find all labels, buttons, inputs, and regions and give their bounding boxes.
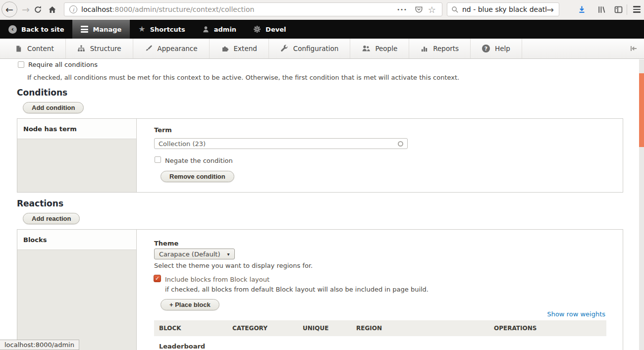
sidebar-toggle-icon[interactable] [613,4,623,14]
admin-item-user[interactable]: admin [194,20,245,39]
menu-item-configuration[interactable]: Configuration [269,39,351,58]
browser-forward-icon[interactable]: → [20,4,31,15]
content-page-icon [15,45,22,52]
column-header-category: CATEGORY [227,325,298,332]
search-bar[interactable]: nd - blue sky black death → [447,2,559,16]
include-blocks-description: if checked, all blocks from default Bloc… [165,286,429,293]
negate-condition-label: Negate the condition [165,157,233,164]
manage-menu-icon [81,26,88,33]
menu-item-structure[interactable]: Structure [66,39,133,58]
toolbar-divider [627,4,627,15]
browser-back-icon[interactable]: ← [1,1,17,17]
search-icon [451,6,459,13]
menu-item-reports[interactable]: Reports [409,39,471,58]
theme-label: Theme [154,240,178,247]
pocket-icon[interactable] [415,5,423,14]
column-header-operations: OPERATIONS [489,325,606,332]
structure-sitemap-icon [77,45,85,52]
reports-chart-icon [421,45,428,52]
menu-item-label: Content [27,45,54,52]
browser-home-icon[interactable] [47,4,57,14]
theme-description: Select the theme you want to display reg… [154,262,313,269]
admin-item-label: Back to site [21,26,64,33]
page-content: Require all conditions If checked, all c… [0,59,644,350]
reactions-vertical-tabs: Blocks [17,230,137,350]
include-blocks-checkbox[interactable]: ✓ [154,275,161,282]
table-row: Leaderboard [154,336,606,350]
drupal-context-edit-screen: { "icons": { "back_arrow": "←", "forward… [0,0,644,350]
bookmark-star-icon[interactable]: ☆ [428,4,436,15]
back-to-site-icon: ‹ [8,25,17,34]
menu-item-content[interactable]: Content [0,39,66,58]
check-icon: ✓ [155,275,160,282]
user-icon [202,26,210,33]
negate-condition-checkbox[interactable] [155,156,161,163]
blocks-table-header: BLOCK CATEGORY UNIQUE REGION OPERATIONS [154,320,606,336]
search-go-icon[interactable]: → [546,4,554,15]
people-icon [362,45,370,52]
theme-select-value: Carapace (Default) [159,250,220,258]
search-input[interactable]: nd - blue sky black death [462,5,546,13]
admin-item-back-to-site[interactable]: ‹ Back to site [0,20,72,39]
place-block-button[interactable]: + Place block [161,299,219,310]
configuration-wrench-icon [280,45,288,52]
add-reaction-button[interactable]: Add reaction [23,213,80,224]
menu-hamburger-icon[interactable] [632,4,642,14]
tab-node-has-term[interactable]: Node has term [17,119,136,139]
blocks-table: BLOCK CATEGORY UNIQUE REGION OPERATIONS … [154,320,606,350]
admin-item-manage[interactable]: Manage [72,20,130,39]
require-all-conditions-checkbox[interactable] [18,61,24,68]
column-header-region: REGION [351,325,489,332]
site-info-icon[interactable]: i [69,5,77,13]
admin-item-devel[interactable]: Devel [245,20,294,39]
menu-item-label: Reports [433,45,459,52]
scrollbar-thumb[interactable] [639,73,644,147]
library-icon[interactable] [596,4,606,14]
admin-item-label: Shortcuts [150,26,185,33]
admin-item-shortcuts[interactable]: ★ Shortcuts [130,20,193,39]
column-header-unique: UNIQUE [298,325,351,332]
include-blocks-label: Include blocks from Block layout [165,276,269,283]
browser-reload-icon[interactable] [33,4,43,14]
menu-item-label: People [375,45,397,52]
theme-select[interactable]: Carapace (Default) ▾ [154,249,235,259]
extend-puzzle-icon [221,45,229,52]
show-row-weights-link[interactable]: Show row weights [547,310,605,318]
downloads-icon[interactable] [577,4,587,14]
require-all-conditions-description: If checked, all conditions must be met f… [27,74,459,81]
help-icon: ? [482,45,490,52]
require-all-conditions-label: Require all conditions [28,61,98,68]
menu-item-label: Extend [234,45,257,52]
conditions-pane: Term Collection (23) Negate the conditio… [137,119,623,192]
menu-item-label: Appearance [158,45,198,52]
conditions-vertical-tabs: Node has term [17,119,137,192]
menu-item-label: Structure [90,45,121,52]
url-bar[interactable]: i localhost:8000/admin/structure/context… [64,2,442,16]
page-actions-icon[interactable]: ••• [397,7,407,12]
admin-item-label: Manage [93,26,121,33]
scrollbar-track[interactable] [639,59,644,350]
appearance-brush-icon [145,45,153,52]
tab-blocks[interactable]: Blocks [17,230,136,250]
menu-item-label: Help [495,45,510,52]
status-bar-link-preview: localhost:8000/admin [0,340,79,350]
browser-chrome: ← → i localhost:8000/admin/structure/con… [0,0,644,20]
menu-item-help[interactable]: ? Help [471,39,522,58]
shortcuts-star-icon: ★ [138,25,145,33]
gear-icon [253,25,261,33]
conditions-panel: Node has term Term Collection (23) Negat… [17,118,623,193]
menu-item-label: Configuration [293,45,339,52]
reactions-heading: Reactions [17,199,63,208]
drupal-admin-toolbar: ‹ Back to site Manage ★ Shortcuts admin … [0,20,644,39]
menu-item-people[interactable]: People [350,39,409,58]
admin-item-label: Devel [266,26,286,33]
autocomplete-spinner-icon [398,141,403,147]
drupal-menu-bar: Content Structure Appearance Extend Conf… [0,39,644,59]
remove-condition-button[interactable]: Remove condition [161,171,234,182]
term-label: Term [154,126,172,134]
term-autocomplete-input[interactable]: Collection (23) [154,138,408,149]
menu-item-appearance[interactable]: Appearance [133,39,210,58]
add-condition-button[interactable]: Add condition [23,102,84,113]
menu-item-extend[interactable]: Extend [210,39,269,58]
toolbar-orientation-toggle-icon[interactable] [628,44,639,53]
